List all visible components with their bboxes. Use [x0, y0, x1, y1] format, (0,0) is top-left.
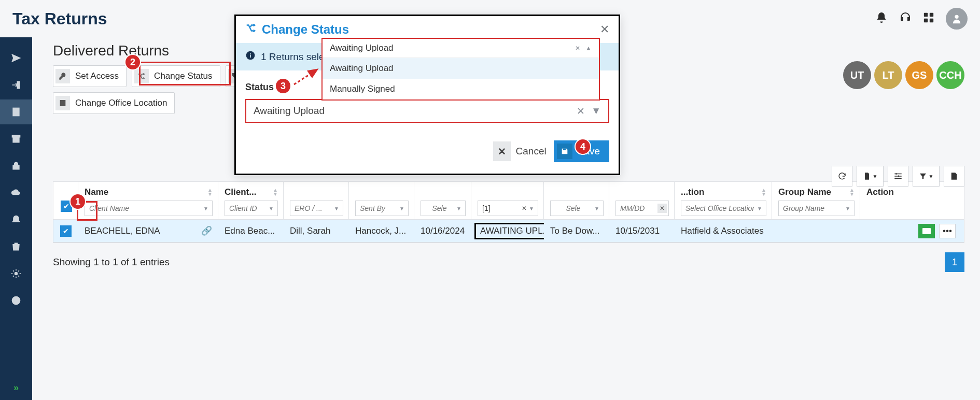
svg-rect-14 — [250, 54, 251, 58]
grid-footer: Showing 1 to 1 of 1 entries 1 — [53, 252, 964, 272]
headset-icon[interactable] — [899, 11, 912, 26]
avatar[interactable] — [946, 8, 968, 30]
clear-dd-icon[interactable]: ✕ — [575, 45, 580, 52]
change-status-button[interactable]: Change Status — [132, 65, 220, 87]
link-icon[interactable]: 🔗 — [201, 225, 212, 236]
chevron-up-icon[interactable]: ▲ — [585, 45, 592, 52]
set-access-label: Set Access — [75, 71, 119, 81]
col-office-label: ...tion — [681, 187, 704, 197]
col-client-label: Client... — [225, 187, 256, 197]
col-tag[interactable]: ✕▼ — [471, 182, 544, 219]
row-more-button[interactable]: ••• — [939, 224, 956, 238]
rail-doc-icon[interactable] — [0, 99, 32, 124]
rail-cloud-icon[interactable] — [0, 180, 32, 205]
change-office-button[interactable]: Change Office Location — [53, 92, 175, 114]
avatar-ut[interactable]: UT — [843, 61, 871, 89]
col-date[interactable]: ✕ — [609, 182, 675, 219]
key-icon — [55, 69, 70, 83]
col-sel2[interactable]: ▼ — [544, 182, 609, 219]
rail-send-icon[interactable] — [0, 46, 32, 70]
change-status-label: Change Status — [154, 71, 212, 81]
grid-header: ✔ Name▲▼ ▼ Client...▲▼ ▼ ▼ ▼ ▼ — [53, 182, 964, 220]
svg-rect-2 — [924, 19, 928, 22]
svg-rect-16 — [563, 149, 565, 150]
col-group[interactable]: Group Name▲▼ ▼ — [772, 182, 860, 219]
save-disk-icon — [557, 144, 572, 159]
col-action-label: Action — [866, 187, 894, 197]
svg-rect-7 — [13, 137, 19, 142]
svg-point-4 — [955, 15, 958, 19]
filter-client-name[interactable] — [85, 201, 213, 216]
col-name-label: Name — [85, 187, 108, 197]
rail-trash-icon[interactable] — [0, 234, 32, 259]
dropdown-search-text: Awaiting Upload — [330, 43, 394, 53]
rail-expand-icon[interactable]: » — [0, 375, 32, 400]
col-group-label: Group Name — [778, 187, 831, 197]
dropdown-option[interactable]: Awaiting Upload — [323, 58, 599, 79]
clear-select-icon[interactable]: ✕ — [577, 105, 585, 117]
left-rail: » — [0, 37, 32, 400]
row-status: AWAITING UPL... — [474, 223, 544, 239]
clear-tag-icon[interactable]: ✕ — [522, 205, 527, 212]
building-icon — [55, 96, 70, 110]
rail-archive-icon[interactable] — [0, 126, 32, 151]
row-date2: 10/15/2031 — [609, 226, 675, 236]
row-ero: Dill, Sarah — [284, 226, 349, 236]
shuffle-icon — [134, 69, 149, 83]
dropdown-option[interactable]: Manually Signed — [323, 79, 599, 99]
status-select[interactable]: Awaiting Upload ✕▼ — [245, 99, 609, 123]
svg-line-17 — [294, 69, 317, 84]
col-action: Action — [860, 182, 964, 219]
set-access-button[interactable]: Set Access — [53, 65, 127, 87]
chevron-down-icon[interactable]: ▼ — [591, 105, 601, 117]
svg-rect-15 — [250, 53, 251, 54]
dropdown-search[interactable]: Awaiting Upload ✕▲ — [323, 39, 599, 58]
annotation-badge-1: 1 — [69, 193, 86, 210]
avatar-lt[interactable]: LT — [874, 61, 902, 89]
row-date1: 10/16/2024 — [414, 226, 471, 236]
data-grid: ✔ Name▲▼ ▼ Client...▲▼ ▼ ▼ ▼ ▼ — [53, 181, 964, 243]
row-client: Edna Beac... — [218, 226, 284, 236]
clear-date-icon[interactable]: ✕ — [657, 204, 667, 213]
annotation-arrow — [291, 66, 323, 87]
table-row[interactable]: ✔ BEACHELL, EDNA 🔗 Edna Beac... Dill, Sa… — [53, 220, 964, 242]
col-sentby[interactable]: ▼ — [349, 182, 414, 219]
row-checkbox[interactable]: ✔ — [60, 225, 72, 237]
apps-icon[interactable] — [923, 12, 934, 25]
rail-gear-icon[interactable] — [0, 261, 32, 286]
rail-lock-icon[interactable] — [0, 153, 32, 178]
page-number[interactable]: 1 — [945, 252, 964, 272]
svg-rect-0 — [924, 13, 928, 17]
col-client[interactable]: Client...▲▼ ▼ — [218, 182, 284, 219]
svg-rect-12 — [922, 228, 931, 234]
col-name[interactable]: Name▲▼ ▼ — [78, 182, 218, 219]
status-field-label: Status — [245, 82, 274, 93]
svg-rect-8 — [13, 165, 19, 169]
filter-group[interactable] — [778, 201, 855, 216]
page-title: Tax Returns — [12, 9, 107, 28]
rail-help-icon[interactable] — [0, 288, 32, 313]
annotation-badge-2: 2 — [124, 54, 141, 70]
avatar-cch[interactable]: CCH — [936, 61, 964, 89]
rail-enter-icon[interactable] — [0, 73, 32, 97]
avatar-gs[interactable]: GS — [905, 61, 933, 89]
svg-rect-1 — [930, 13, 933, 17]
row-card-button[interactable] — [918, 224, 935, 238]
col-office[interactable]: ...tion▲▼ ▼ — [675, 182, 772, 219]
user-avatars: UT LT GS CCH — [843, 61, 964, 89]
col-sel1[interactable]: ▼ — [414, 182, 471, 219]
close-icon[interactable]: ✕ — [600, 23, 609, 36]
rail-alert-icon[interactable] — [0, 207, 32, 232]
change-office-label: Change Office Location — [75, 98, 167, 108]
svg-rect-11 — [60, 100, 66, 106]
row-office: Hatfield & Associates — [675, 226, 772, 236]
svg-point-9 — [15, 273, 18, 275]
filter-office[interactable] — [681, 201, 766, 216]
status-selected-value: Awaiting Upload — [254, 105, 325, 117]
svg-rect-3 — [930, 19, 933, 22]
bell-icon[interactable] — [875, 11, 888, 26]
cancel-button[interactable]: ✕ Cancel — [493, 141, 547, 161]
row-sentby: Hancock, J... — [349, 226, 414, 236]
col-ero[interactable]: ▼ — [284, 182, 349, 219]
shuffle-icon — [245, 22, 257, 37]
